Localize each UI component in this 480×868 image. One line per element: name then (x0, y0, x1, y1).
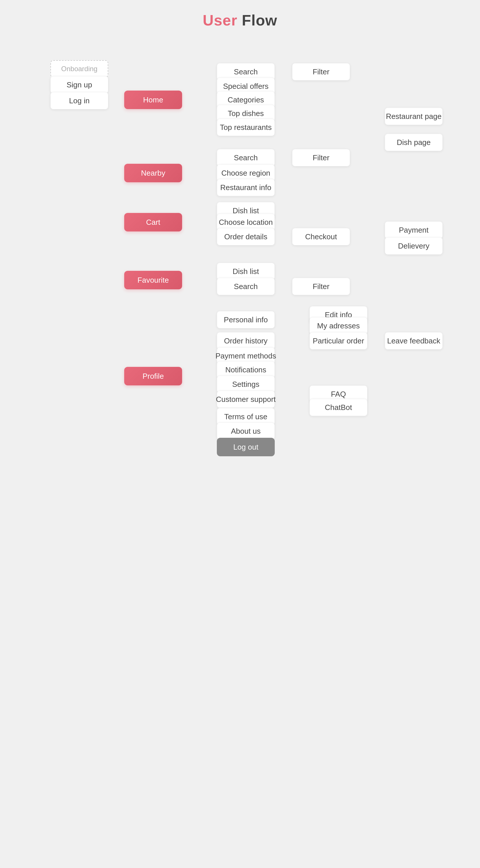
log-out-node[interactable]: Log out (217, 438, 275, 456)
svg-marker-69 (213, 284, 217, 288)
svg-marker-29 (412, 130, 416, 134)
svg-marker-58 (381, 228, 385, 232)
svg-line-101 (275, 320, 292, 326)
order-details-node[interactable]: Order details (217, 228, 275, 245)
chatbot-node[interactable]: ChatBot (309, 399, 367, 416)
order-history-node[interactable]: Order history (217, 332, 275, 349)
svg-line-72 (182, 320, 200, 376)
cart-node[interactable]: Cart (124, 213, 182, 231)
svg-marker-83 (213, 368, 217, 372)
restaurant-info-node[interactable]: Restaurant info (217, 179, 275, 196)
my-addresses-node[interactable]: My adresses (309, 317, 367, 335)
svg-marker-44 (289, 156, 292, 160)
svg-line-35 (182, 158, 200, 173)
svg-line-67 (182, 280, 200, 286)
svg-line-40 (182, 173, 200, 187)
svg-marker-27 (381, 114, 385, 118)
svg-marker-15 (213, 98, 217, 102)
svg-marker-110 (306, 392, 309, 396)
home-node[interactable]: Home (124, 91, 182, 109)
svg-line-95 (182, 376, 200, 447)
favourite-node[interactable]: Favourite (124, 271, 182, 289)
svg-marker-49 (213, 220, 217, 224)
svg-marker-37 (213, 156, 217, 160)
svg-line-89 (182, 376, 200, 416)
svg-line-8 (182, 72, 200, 100)
svg-marker-71 (289, 284, 292, 288)
profile-node[interactable]: Profile (124, 367, 182, 385)
svg-marker-100 (306, 313, 309, 317)
svg-line-111 (275, 399, 292, 407)
svg-marker-13 (213, 84, 217, 88)
svg-marker-52 (213, 235, 217, 239)
svg-line-108 (275, 394, 292, 399)
svg-marker-107 (381, 339, 385, 343)
svg-line-19 (182, 100, 200, 127)
signup-node[interactable]: Sign up (50, 76, 108, 93)
svg-marker-77 (213, 339, 217, 343)
svg-line-11 (182, 86, 200, 100)
svg-line-92 (182, 376, 200, 431)
svg-marker-10 (213, 70, 217, 74)
svg-marker-94 (213, 429, 217, 433)
login-node[interactable]: Log in (50, 92, 108, 110)
svg-marker-66 (213, 269, 217, 273)
svg-marker-54 (289, 235, 292, 239)
nearby-node[interactable]: Nearby (124, 164, 182, 182)
favourite-dish-list-node[interactable]: Dish list (217, 263, 275, 280)
nearby-search-node[interactable]: Search (217, 149, 275, 166)
favourite-filter-node[interactable]: Filter (292, 278, 350, 295)
svg-line-86 (182, 376, 200, 399)
svg-marker-21 (213, 125, 217, 129)
personal-info-node[interactable]: Personal info (217, 311, 275, 329)
svg-line-75 (182, 341, 200, 376)
svg-line-45 (182, 211, 200, 222)
restaurant-page-node[interactable]: Restaurant page (385, 107, 443, 125)
svg-marker-105 (306, 339, 309, 343)
page-title: User Flow (0, 0, 480, 38)
favourite-search-node[interactable]: Search (217, 278, 275, 295)
svg-marker-47 (213, 209, 217, 213)
svg-line-81 (182, 370, 200, 376)
payment-node[interactable]: Payment (385, 221, 443, 239)
svg-marker-74 (213, 318, 217, 322)
svg-marker-42 (213, 185, 217, 189)
svg-line-64 (182, 271, 200, 280)
svg-marker-61 (381, 244, 385, 248)
svg-marker-97 (213, 445, 217, 449)
svg-marker-18 (213, 112, 217, 116)
svg-line-78 (182, 356, 200, 376)
svg-line-50 (182, 222, 200, 237)
nearby-filter-node[interactable]: Filter (292, 149, 350, 166)
onboarding-node[interactable]: Onboarding (50, 60, 108, 78)
about-us-node[interactable]: About us (217, 423, 275, 440)
top-restaurants-node[interactable]: Top restaurants (217, 119, 275, 136)
svg-marker-103 (306, 324, 309, 328)
svg-marker-39 (213, 171, 217, 175)
svg-line-84 (182, 376, 217, 384)
settings-node[interactable]: Settings (217, 376, 275, 393)
delivery-node[interactable]: Delievery (385, 237, 443, 255)
svg-line-98 (275, 315, 292, 320)
svg-line-16 (182, 100, 200, 114)
checkout-node[interactable]: Checkout (292, 228, 350, 245)
customer-support-node[interactable]: Customer support (217, 391, 275, 408)
svg-marker-91 (213, 414, 217, 418)
svg-marker-113 (306, 405, 309, 409)
particular-order-node[interactable]: Particular order (309, 332, 367, 349)
leave-feedback-node[interactable]: Leave feedback (385, 332, 443, 349)
home-filter-node[interactable]: Filter (292, 63, 350, 81)
dish-page-node[interactable]: Dish page (385, 134, 443, 151)
svg-marker-85 (213, 382, 217, 386)
svg-marker-23 (289, 70, 292, 74)
